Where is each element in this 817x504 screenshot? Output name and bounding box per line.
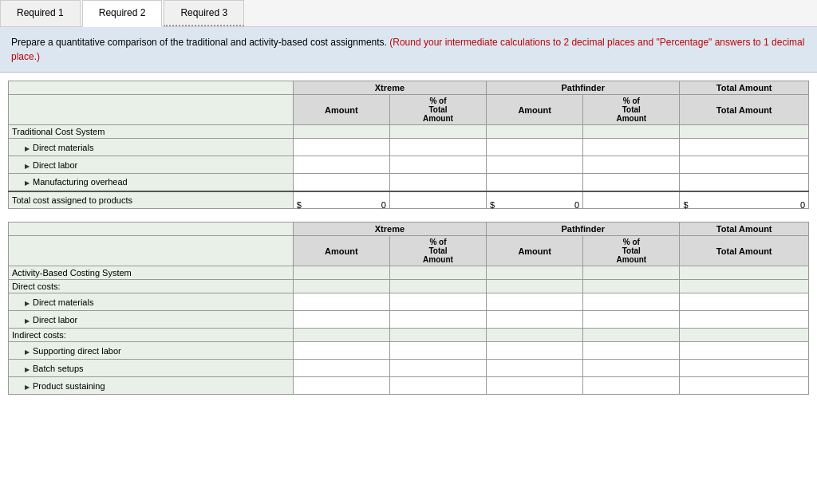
traditional-title-row: Traditional Cost System	[9, 125, 809, 139]
ps-pathfinder-pct[interactable]	[583, 377, 680, 395]
table-row: Direct materials	[9, 139, 809, 156]
abc-pathfinder-amount-header: Amount	[487, 236, 583, 266]
table-row: Direct materials	[9, 293, 809, 311]
table-row: Supporting direct labor	[9, 342, 809, 360]
dl-pathfinder-amount-input[interactable]	[487, 156, 583, 174]
abc-dl-xtreme-amount[interactable]	[293, 311, 389, 329]
abc-dm-pathfinder-pct[interactable]	[583, 293, 680, 311]
pathfinder-header: Pathfinder	[487, 81, 680, 95]
xtreme-pct-header: % ofTotalAmount	[389, 95, 486, 125]
dm-total-input[interactable]	[680, 139, 809, 156]
mo-xtreme-pct-input[interactable]	[389, 174, 486, 191]
dm-pathfinder-pct-input[interactable]	[583, 139, 680, 156]
abc-dm-label: Direct materials	[9, 293, 294, 311]
abc-dm-total[interactable]	[680, 293, 809, 311]
direct-materials-label: Direct materials	[9, 139, 294, 156]
supporting-dl-label: Supporting direct labor	[9, 342, 294, 360]
total-col-header: Total Amount	[680, 95, 809, 125]
xtreme-total-value: 0	[381, 200, 386, 210]
indirect-costs-label: Indirect costs:	[9, 329, 294, 342]
abc-pathfinder-header: Pathfinder	[487, 222, 680, 236]
bs-pathfinder-pct[interactable]	[583, 360, 680, 377]
abc-xtreme-header: Xtreme	[293, 222, 486, 236]
dm-xtreme-amount-input[interactable]	[293, 139, 389, 156]
ps-xtreme-pct[interactable]	[389, 377, 486, 395]
dm-pathfinder-amount-input[interactable]	[487, 139, 583, 156]
table-row: Direct labor	[9, 156, 809, 174]
table-row: Product sustaining	[9, 377, 809, 395]
pathfinder-total-value: 0	[574, 200, 579, 210]
bs-xtreme-pct[interactable]	[389, 360, 486, 377]
abc-dm-xtreme-pct[interactable]	[389, 293, 486, 311]
mo-pathfinder-amount-input[interactable]	[487, 174, 583, 191]
dollar-sign-3: $	[683, 200, 688, 210]
instruction-main: Prepare a quantitative comparison of the…	[11, 37, 387, 48]
tab-required3[interactable]: Required 3	[164, 0, 244, 26]
table-row: Batch setups	[9, 360, 809, 377]
abc-dl-pathfinder-pct[interactable]	[583, 311, 680, 329]
dm-xtreme-pct-input[interactable]	[389, 139, 486, 156]
abc-pathfinder-pct-header: % ofTotalAmount	[583, 236, 680, 266]
tabs-container: Required 1 Required 2 Required 3	[0, 0, 817, 27]
abc-dm-xtreme-amount[interactable]	[293, 293, 389, 311]
direct-labor-label: Direct labor	[9, 156, 294, 174]
batch-setups-label: Batch setups	[9, 360, 294, 377]
dl-xtreme-pct-input[interactable]	[389, 156, 486, 174]
abc-total-header: Total Amount	[680, 222, 809, 236]
mo-total-input[interactable]	[680, 174, 809, 191]
sdl-pathfinder-amount[interactable]	[487, 342, 583, 360]
ps-total[interactable]	[680, 377, 809, 395]
abc-dl-pathfinder-amount[interactable]	[487, 311, 583, 329]
bs-pathfinder-amount[interactable]	[487, 360, 583, 377]
dollar-sign-1: $	[297, 200, 302, 210]
abc-title-row: Activity-Based Costing System	[9, 266, 809, 280]
abc-dl-label: Direct labor	[9, 311, 294, 329]
table-row: Manufacturing overhead	[9, 174, 809, 191]
abc-dl-xtreme-pct[interactable]	[389, 311, 486, 329]
instruction-banner: Prepare a quantitative comparison of the…	[0, 27, 817, 73]
mo-pathfinder-pct-input[interactable]	[583, 174, 680, 191]
abc-title: Activity-Based Costing System	[9, 266, 294, 280]
main-content: Xtreme Pathfinder Total Amount Amount % …	[0, 73, 817, 415]
sdl-pathfinder-pct[interactable]	[583, 342, 680, 360]
traditional-total-label: Total cost assigned to products	[9, 191, 294, 209]
pathfinder-pct-header: % ofTotalAmount	[583, 95, 680, 125]
abc-xtreme-amount-header: Amount	[293, 236, 389, 266]
traditional-total-row: Total cost assigned to products $ 0 $ 0 …	[9, 191, 809, 209]
total-amount-header: Total Amount	[680, 81, 809, 95]
pathfinder-amount-header: Amount	[487, 95, 583, 125]
sdl-xtreme-pct[interactable]	[389, 342, 486, 360]
dl-xtreme-amount-input[interactable]	[293, 156, 389, 174]
ps-pathfinder-amount[interactable]	[487, 377, 583, 395]
mo-xtreme-amount-input[interactable]	[293, 174, 389, 191]
product-sustaining-label: Product sustaining	[9, 377, 294, 395]
tab-required1[interactable]: Required 1	[0, 0, 81, 26]
abc-dl-total[interactable]	[680, 311, 809, 329]
dl-pathfinder-pct-input[interactable]	[583, 156, 680, 174]
tab-required2[interactable]: Required 2	[82, 0, 163, 27]
activity-based-section: Xtreme Pathfinder Total Amount Amount % …	[8, 222, 809, 395]
table-row: Direct labor	[9, 311, 809, 329]
sdl-xtreme-amount[interactable]	[293, 342, 389, 360]
xtreme-header: Xtreme	[293, 81, 486, 95]
bs-total[interactable]	[680, 360, 809, 377]
traditional-title: Traditional Cost System	[9, 125, 294, 139]
abc-total-col-header: Total Amount	[680, 236, 809, 266]
abc-xtreme-pct-header: % ofTotalAmount	[389, 236, 486, 266]
ps-xtreme-amount[interactable]	[293, 377, 389, 395]
mfg-overhead-label: Manufacturing overhead	[9, 174, 294, 191]
dollar-sign-2: $	[490, 200, 495, 210]
bs-xtreme-amount[interactable]	[293, 360, 389, 377]
indirect-costs-row: Indirect costs:	[9, 329, 809, 342]
dl-total-input[interactable]	[680, 156, 809, 174]
abc-dm-pathfinder-amount[interactable]	[487, 293, 583, 311]
sdl-total[interactable]	[680, 342, 809, 360]
xtreme-amount-header: Amount	[293, 95, 389, 125]
traditional-section: Xtreme Pathfinder Total Amount Amount % …	[8, 81, 809, 209]
direct-costs-label: Direct costs:	[9, 280, 294, 293]
direct-costs-row: Direct costs:	[9, 280, 809, 293]
grand-total-value: 0	[800, 200, 805, 210]
